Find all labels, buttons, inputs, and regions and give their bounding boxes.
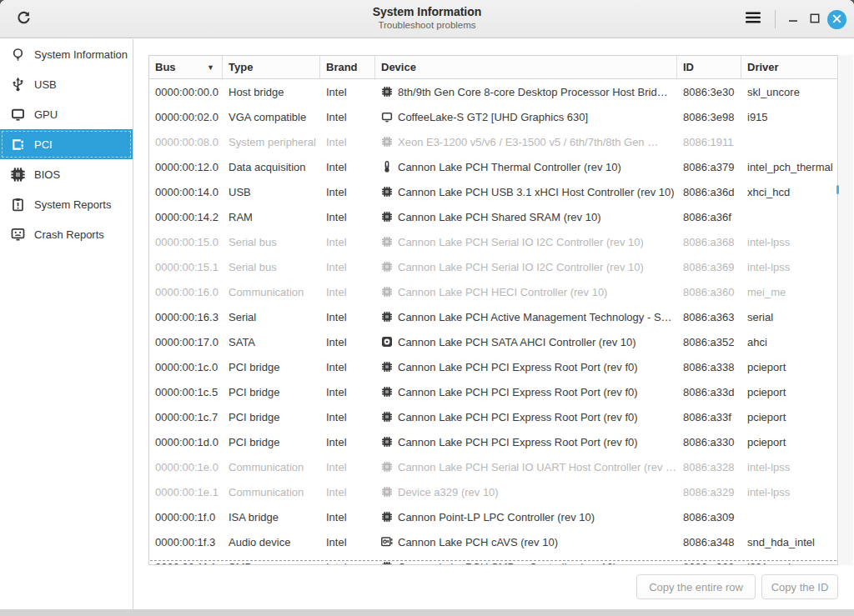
maximize-icon	[810, 12, 820, 27]
table-row[interactable]: 0000:00:08.0 System peripheral Intel Xeo…	[149, 129, 837, 154]
cell-device: CoffeeLake-S GT2 [UHD Graphics 630]	[375, 111, 677, 123]
column-header-bus[interactable]: Bus ▼	[149, 56, 223, 78]
table-row[interactable]: 0000:00:02.0 VGA compatible Intel Coffee…	[149, 104, 837, 129]
cell-bus: 0000:00:12.0	[149, 161, 223, 173]
table-row[interactable]: 0000:00:12.0 Data acquisition Intel Cann…	[149, 154, 837, 179]
cell-type: PCI bridge	[223, 386, 320, 398]
cell-type: USB	[223, 186, 320, 198]
menu-button[interactable]	[740, 7, 766, 32]
sidebar-item-label: System Information	[34, 48, 128, 61]
table-row[interactable]: 0000:00:15.0 Serial bus Intel Cannon Lak…	[149, 229, 837, 254]
disk-icon	[381, 336, 393, 348]
cell-id: 8086:3e98	[677, 111, 741, 123]
chip-icon	[381, 236, 393, 248]
cell-id: 8086:a369	[677, 261, 741, 273]
scrollbar-thumb[interactable]	[836, 185, 839, 194]
cell-brand: Intel	[320, 336, 375, 348]
device-name: Cannon Lake PCH PCI Express Root Port (r…	[398, 386, 638, 398]
device-name: Cannon Lake PCH HECI Controller (rev 10)	[398, 286, 607, 298]
table-row[interactable]: 0000:00:1c.5 PCI bridge Intel Cannon Lak…	[149, 379, 837, 404]
table-row[interactable]: 0000:00:1f.0 ISA bridge Intel Cannon Poi…	[149, 504, 837, 529]
column-header-driver[interactable]: Driver	[741, 56, 836, 78]
cell-id: 8086:a348	[677, 536, 741, 548]
chip-icon	[381, 286, 393, 298]
refresh-button[interactable]	[10, 7, 37, 32]
cell-type: SATA	[223, 336, 320, 348]
device-name: Device a329 (rev 10)	[398, 486, 499, 498]
minimize-button[interactable]	[782, 7, 804, 32]
sidebar-item-pci[interactable]: PCI	[0, 129, 133, 159]
table-row[interactable]: 0000:00:1f.4 SMBus Intel Cannon Lake PCH…	[149, 554, 837, 565]
table-row[interactable]: 0000:00:17.0 SATA Intel Cannon Lake PCH …	[149, 329, 837, 354]
sidebar-item-system-information[interactable]: System Information	[0, 39, 133, 69]
cell-bus: 0000:00:15.1	[149, 261, 223, 273]
system-information-window: System Information Troubleshoot problems	[0, 0, 854, 616]
chip-icon	[381, 411, 393, 423]
cell-driver: intel_pch_thermal	[741, 161, 836, 173]
table-row[interactable]: 0000:00:1c.7 PCI bridge Intel Cannon Lak…	[149, 404, 837, 429]
cell-id: 8086:a368	[677, 236, 741, 248]
cell-brand: Intel	[320, 261, 375, 273]
table-row[interactable]: 0000:00:1e.1 Communication Intel Device …	[149, 479, 837, 504]
table-row[interactable]: 0000:00:1c.0 PCI bridge Intel Cannon Lak…	[149, 354, 837, 379]
cell-driver: mei_me	[741, 286, 836, 298]
chip-icon	[381, 211, 393, 223]
chip-icon	[381, 461, 393, 473]
sidebar-item-label: PCI	[34, 138, 53, 151]
cell-bus: 0000:00:08.0	[149, 136, 223, 148]
sort-desc-icon: ▼	[207, 63, 217, 72]
column-header-device[interactable]: Device	[375, 56, 677, 78]
sidebar-item-gpu[interactable]: GPU	[0, 99, 133, 129]
sidebar-item-system-reports[interactable]: System Reports	[0, 189, 133, 219]
column-header-label: Bus	[155, 61, 176, 73]
table-row[interactable]: 0000:00:00.0 Host bridge Intel 8th/9th G…	[149, 79, 837, 104]
sidebar-item-bios[interactable]: BIOS	[0, 159, 133, 189]
cell-device: Cannon Lake PCH Serial IO I2C Controller…	[375, 236, 677, 248]
table-row[interactable]: 0000:00:14.0 USB Intel Cannon Lake PCH U…	[149, 179, 837, 204]
cell-bus: 0000:00:1d.0	[149, 436, 223, 448]
column-header-type[interactable]: Type	[223, 56, 320, 78]
chip-icon	[381, 386, 393, 398]
column-header-brand[interactable]: Brand	[320, 56, 375, 78]
cell-id: 8086:a36f	[677, 211, 741, 223]
cell-brand: Intel	[320, 186, 375, 198]
close-icon	[832, 12, 841, 27]
column-header-label: Type	[229, 61, 253, 73]
cell-type: VGA compatible	[223, 111, 320, 123]
sidebar-item-usb[interactable]: USB	[0, 69, 133, 99]
scrollbar-track[interactable]	[839, 55, 853, 565]
copy-entire-row-button[interactable]: Copy the entire row	[636, 574, 756, 599]
device-name: Cannon Lake PCH Serial IO UART Host Cont…	[398, 461, 676, 473]
table-row[interactable]: 0000:00:1d.0 PCI bridge Intel Cannon Lak…	[149, 429, 837, 454]
cell-driver: intel-lpss	[741, 236, 836, 248]
usb-icon	[10, 77, 26, 93]
table-row[interactable]: 0000:00:1e.0 Communication Intel Cannon …	[149, 454, 837, 479]
sidebar: System Information USB GPU PCI BIOS Syst…	[0, 39, 133, 609]
chip-icon	[381, 561, 393, 565]
cell-type: PCI bridge	[223, 411, 320, 423]
table-row[interactable]: 0000:00:16.0 Communication Intel Cannon …	[149, 279, 837, 304]
cell-type: Data acquisition	[223, 161, 320, 173]
cell-id: 8086:a329	[677, 486, 741, 498]
cell-device: Cannon Lake PCH Shared SRAM (rev 10)	[375, 211, 677, 223]
titlebar-separator	[775, 10, 776, 28]
device-name: Xeon E3-1200 v5/v6 / E3-1500 v5 / 6th/7t…	[398, 136, 658, 148]
audio-card-icon	[381, 536, 393, 548]
cell-type: PCI bridge	[223, 361, 320, 373]
device-name: Cannon Point-LP LPC Controller (rev 10)	[398, 511, 595, 523]
cell-bus: 0000:00:1c.5	[149, 386, 223, 398]
column-header-label: ID	[683, 61, 694, 73]
device-name: Cannon Lake PCH PCI Express Root Port (r…	[398, 361, 638, 373]
table-row[interactable]: 0000:00:16.3 Serial Intel Cannon Lake PC…	[149, 304, 837, 329]
column-header-id[interactable]: ID	[677, 56, 741, 78]
copy-id-button[interactable]: Copy the ID	[761, 574, 838, 599]
maximize-button[interactable]	[804, 7, 826, 32]
cell-driver: pcieport	[741, 436, 836, 448]
table-row[interactable]: 0000:00:15.1 Serial bus Intel Cannon Lak…	[149, 254, 837, 279]
sidebar-item-crash-reports[interactable]: Crash Reports	[0, 219, 133, 249]
cell-bus: 0000:00:14.0	[149, 186, 223, 198]
cell-brand: Intel	[320, 86, 375, 98]
close-button[interactable]	[827, 10, 846, 29]
table-row[interactable]: 0000:00:14.2 RAM Intel Cannon Lake PCH S…	[149, 204, 837, 229]
table-row[interactable]: 0000:00:1f.3 Audio device Intel Cannon L…	[149, 529, 837, 554]
